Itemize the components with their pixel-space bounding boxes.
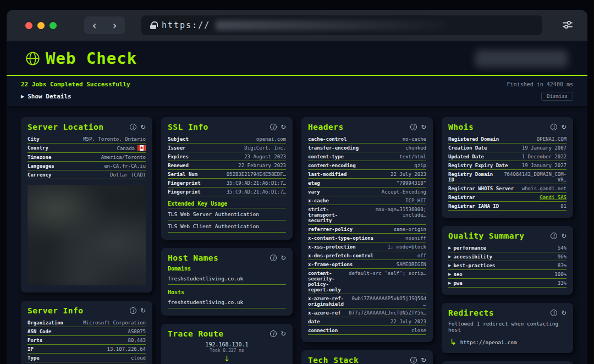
back-button[interactable]: ‹ <box>84 16 105 34</box>
table-row: City M5P, Toronto, Ontario <box>28 135 146 144</box>
refresh-icon[interactable]: ↻ <box>280 330 286 337</box>
refresh-icon[interactable]: ↻ <box>421 357 426 363</box>
info-icon[interactable]: i <box>270 330 277 337</box>
info-icon[interactable]: i <box>551 310 557 316</box>
refresh-icon[interactable]: ↻ <box>140 124 146 130</box>
table-row: Currency Dollar (CAD) <box>28 170 146 179</box>
arrow-down-icon: ↓ <box>224 355 230 362</box>
web-check-app: Web Check 22 Jobs Completed Successfully… <box>7 41 587 364</box>
row-value: OPENAI.COM <box>537 136 566 142</box>
browser-settings-button[interactable] <box>561 18 574 33</box>
row-label: last-modified <box>308 172 346 177</box>
url-text: https:// <box>162 20 210 30</box>
browser-window: ‹ › https:// We <box>7 10 587 364</box>
address-bar[interactable]: https:// <box>141 15 542 35</box>
row-value: 1; mode=block <box>388 244 426 250</box>
table-row: strict-transport-securitymax-age=3153600… <box>308 205 426 225</box>
row-label: cache-control <box>308 136 346 142</box>
banner-top-row: 22 Jobs Completed Successfully Finished … <box>21 81 573 88</box>
info-icon[interactable]: i <box>410 124 417 130</box>
card-title: Trace Route <box>168 329 224 338</box>
show-details-toggle[interactable]: ▶ Show Details <box>21 93 72 100</box>
info-icon[interactable]: i <box>130 307 136 314</box>
row-value: nosniff <box>405 235 426 241</box>
table-row: Registrar WHOIS Serverwhois.gandi.net <box>448 184 566 193</box>
row-value: 80,443 <box>128 338 146 343</box>
card-trace-route: Trace Route i ↻ 192.168.130.1 Took 0.327… <box>161 324 293 364</box>
audit-row-best-practices[interactable]: ▶best-practices 83% <box>448 261 566 270</box>
row-label: content-security-policy-report-only <box>308 271 343 293</box>
audit-row-pwa[interactable]: ▶pwa 33% <box>448 279 566 288</box>
refresh-icon[interactable]: ↻ <box>280 255 286 261</box>
list-item: TLS Web Server Authentication <box>168 208 286 220</box>
row-value: TCP_HIT <box>405 198 426 203</box>
row-value: text/html <box>399 154 426 159</box>
table-row: x-azure-ref-originshield0wbi7ZAAAAAAP5vk… <box>308 294 426 308</box>
row-label: City <box>28 136 40 142</box>
minimize-window-button[interactable] <box>37 22 45 29</box>
audit-row-accessibility[interactable]: ▶accessibility 96% <box>448 252 566 261</box>
finished-time: Finished in 42400 ms <box>507 81 573 87</box>
row-label: vary <box>308 189 320 195</box>
registrar-link[interactable]: Gandi SAS <box>540 195 566 200</box>
dismiss-button[interactable]: Dismiss <box>541 92 573 101</box>
info-icon[interactable]: i <box>270 124 277 130</box>
audit-row-seo[interactable]: ▶seo 100% <box>448 270 566 279</box>
table-row: date22 July 2023 <box>308 317 426 326</box>
refresh-icon[interactable]: ↻ <box>561 233 566 239</box>
list-item: freshstudentliving.co.uk <box>168 273 286 285</box>
browser-chrome: ‹ › https:// <box>7 10 587 41</box>
list-item: TLS Web Client Authentication <box>168 220 286 233</box>
forward-icon: › <box>113 20 117 31</box>
table-row: transfer-encodingchunked <box>308 144 426 152</box>
table-row: Registry Expiry Date19 January 2027 <box>448 161 566 170</box>
row-label: Currency <box>28 172 51 178</box>
info-icon[interactable]: i <box>551 124 557 130</box>
expand-icon: ▶ <box>448 281 451 285</box>
audit-row-performance[interactable]: ▶performance 54% <box>448 244 566 252</box>
refresh-icon[interactable]: ↻ <box>421 124 426 130</box>
traffic-lights <box>25 22 57 29</box>
audit-score: 100% <box>554 272 566 277</box>
table-row: Type cloud <box>28 354 146 362</box>
row-label: Registered Domain <box>448 136 499 142</box>
close-window-button[interactable] <box>25 22 32 29</box>
audit-label: pwa <box>453 280 462 286</box>
forward-button[interactable]: › <box>105 16 125 34</box>
canada-flag-icon <box>138 145 146 151</box>
row-value: 35:C9:AD:21:A6:D1:7… <box>227 180 286 186</box>
table-row: Subject openai.com <box>168 135 286 144</box>
refresh-icon[interactable]: ↻ <box>140 307 146 314</box>
audit-score: 96% <box>558 254 566 260</box>
header-action-blurred[interactable] <box>475 50 568 67</box>
row-value: Accept-Encoding <box>382 189 426 195</box>
info-icon[interactable]: i <box>270 255 277 261</box>
info-icon[interactable]: i <box>551 233 557 239</box>
maximize-window-button[interactable] <box>50 22 57 29</box>
info-icon[interactable]: i <box>130 124 136 130</box>
row-label: Fingerprint <box>168 189 201 195</box>
table-row: x-frame-optionsSAMEORIGIN <box>308 260 426 269</box>
expand-icon: ▶ <box>448 246 451 250</box>
refresh-icon[interactable]: ↻ <box>561 124 566 130</box>
row-label: Languages <box>28 163 54 169</box>
card-title: Redirects <box>448 308 494 317</box>
row-value: "79994318" <box>397 180 426 186</box>
refresh-icon[interactable]: ↻ <box>280 124 286 130</box>
expand-icon: ▶ <box>448 272 451 277</box>
row-label: referrer-policy <box>308 227 353 232</box>
row-label: connection <box>308 328 338 333</box>
redirects-message: Followed 1 redirect when contacting host <box>448 321 566 333</box>
card-whois: Whois i ↻ Registered DomainOPENAI.COM Cr… <box>442 117 573 218</box>
location-map[interactable] <box>28 185 146 285</box>
table-row: connectionclose <box>308 326 426 335</box>
column-2: SSL Info i ↻ Subject openai.com Issuer D… <box>161 117 293 364</box>
row-value: Microsoft Corporation <box>83 320 146 326</box>
table-row: Fingerprint 35:C9:AD:21:A6:D1:7… <box>168 187 286 196</box>
table-row: Serial Num 052B3E21794E4E58EDF… <box>168 170 286 179</box>
refresh-icon[interactable]: ↻ <box>561 310 566 316</box>
row-label: Creation Date <box>448 145 487 151</box>
audit-label: performance <box>453 245 486 251</box>
info-icon[interactable]: i <box>410 357 417 363</box>
row-label: Updated Date <box>448 154 484 159</box>
